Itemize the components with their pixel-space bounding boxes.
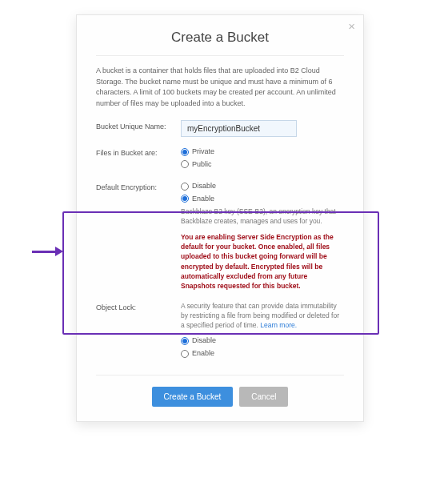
encryption-label: Default Encryption: [96,181,181,191]
radio-lock-disable-input[interactable] [181,337,189,345]
actions-row: Create a Bucket Cancel [96,387,344,407]
row-visibility: Files in Bucket are: Private Public [96,147,344,171]
row-object-lock: Object Lock: A security feature that can… [96,301,344,361]
radio-encryption-disable-input[interactable] [181,183,189,191]
radio-encryption-disable[interactable]: Disable [181,181,344,192]
encryption-warning: You are enabling Server Side Encryption … [181,232,344,291]
radio-private[interactable]: Private [181,147,344,158]
encryption-note: Backblaze B2 key (SSE-B2), an encryption… [181,207,344,227]
radio-lock-disable-label: Disable [192,335,216,347]
radio-public-input[interactable] [181,160,189,168]
radio-public-label: Public [192,159,212,171]
modal-title: Create a Bucket [96,30,344,46]
create-bucket-button[interactable]: Create a Bucket [152,387,234,407]
learn-more-link[interactable]: Learn more. [260,321,297,329]
intro-text: A bucket is a container that holds files… [96,66,344,109]
create-bucket-modal: × Create a Bucket A bucket is a containe… [76,14,364,422]
bucket-name-input[interactable] [181,120,297,137]
object-lock-note: A security feature that can provide data… [181,301,344,331]
annotation-arrow [32,247,63,256]
arrow-line [32,251,55,253]
radio-encryption-disable-label: Disable [192,181,216,192]
radio-encryption-enable-label: Enable [192,194,214,205]
radio-encryption-enable-input[interactable] [181,195,189,203]
radio-lock-enable-label: Enable [192,348,214,359]
close-icon[interactable]: × [348,20,355,32]
radio-encryption-enable[interactable]: Enable [181,194,344,205]
object-lock-label: Object Lock: [96,301,181,311]
visibility-label: Files in Bucket are: [96,147,181,157]
radio-private-input[interactable] [181,148,189,156]
radio-private-label: Private [192,147,214,158]
actions-divider [96,375,344,376]
row-bucket-name: Bucket Unique Name: [96,120,344,137]
bucket-name-label: Bucket Unique Name: [96,120,181,131]
cancel-button[interactable]: Cancel [239,387,288,407]
divider [96,55,344,56]
radio-lock-enable-input[interactable] [181,350,189,358]
radio-public[interactable]: Public [181,159,344,171]
arrow-head-icon [55,247,63,256]
radio-lock-disable[interactable]: Disable [181,335,344,347]
row-encryption: Default Encryption: Disable Enable Backb… [96,181,344,291]
radio-lock-enable[interactable]: Enable [181,348,344,359]
